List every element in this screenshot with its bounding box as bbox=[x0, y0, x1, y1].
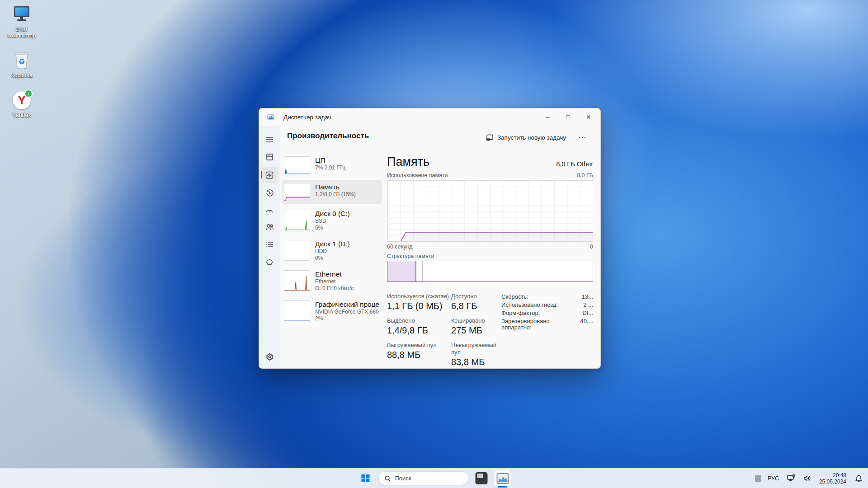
stat-value: 88,8 МБ bbox=[387, 349, 451, 361]
ethernet-sparkline bbox=[284, 276, 310, 291]
info-label: Зарезервировано аппаратно: bbox=[501, 318, 580, 331]
taskbar-pinned-app[interactable] bbox=[473, 470, 490, 487]
desktop-icon-recycle-bin[interactable]: ♻ Корзина bbox=[4, 51, 40, 79]
perf-item-gpu[interactable]: Графический процессор NVIDIA GeForce GTX… bbox=[282, 298, 382, 325]
disk0-sparkline bbox=[284, 221, 310, 230]
perf-item-subtitle: 0% bbox=[315, 255, 379, 262]
stat-label: Невыгружаемый пул bbox=[451, 342, 498, 356]
language-indicator[interactable]: РУС bbox=[764, 475, 782, 482]
stat-paged-pool: Выгружаемый пул 88,8 МБ bbox=[387, 342, 451, 368]
performance-icon bbox=[265, 171, 274, 179]
search-icon bbox=[385, 475, 391, 482]
taskbar-search-input[interactable]: Поиск bbox=[378, 471, 469, 485]
notifications-bell-icon[interactable] bbox=[852, 472, 865, 485]
taskbar-clock[interactable]: 20:48 25.05.2024 bbox=[817, 472, 849, 485]
info-label: Форм-фактор: bbox=[501, 310, 540, 316]
perf-item-cpu[interactable]: ЦП 7% 2,91 ГГц bbox=[282, 154, 382, 177]
stat-label: Кэшировано bbox=[451, 317, 498, 324]
composition-modified-segment bbox=[416, 261, 423, 282]
task-manager-app-icon bbox=[267, 113, 274, 121]
composition-in-use-segment bbox=[387, 261, 416, 282]
perf-item-title: Ethernet bbox=[315, 270, 379, 278]
memory-panel-title: Память bbox=[387, 155, 429, 169]
memory-spark-fill bbox=[284, 197, 310, 201]
sidebar-item-startup-apps[interactable] bbox=[261, 203, 278, 217]
perf-item-ethernet[interactable]: Ethernet Ethernet О: 0 П: 0 кбит/с bbox=[282, 267, 382, 295]
perf-item-subtitle: 2% bbox=[315, 315, 379, 322]
run-new-task-button[interactable]: Запустить новую задачу bbox=[481, 130, 571, 145]
stat-available: Доступно 6,8 ГБ bbox=[451, 293, 498, 312]
close-button[interactable]: ✕ bbox=[578, 108, 599, 126]
volume-tray-icon[interactable] bbox=[801, 472, 814, 485]
clock-time: 20:48 bbox=[819, 472, 846, 479]
info-value: 2 ... bbox=[583, 302, 593, 308]
yandex-icon: Y ↓ bbox=[12, 90, 32, 110]
desktop-icon-yandex[interactable]: Y ↓ Yandex bbox=[4, 90, 40, 118]
gpu-mini-chart bbox=[284, 300, 310, 321]
sidebar-item-processes[interactable] bbox=[261, 150, 278, 164]
stat-value: 83,8 МБ bbox=[451, 356, 498, 368]
tray-app-icon[interactable] bbox=[755, 475, 761, 482]
perf-item-subtitle: HDD bbox=[315, 248, 379, 255]
desktop-icon-label: Корзина bbox=[11, 72, 33, 79]
more-options-button[interactable]: ··· bbox=[575, 131, 590, 144]
start-button[interactable] bbox=[357, 470, 374, 487]
sidebar-item-services[interactable] bbox=[261, 254, 278, 269]
stat-label: Выгружаемый пул bbox=[387, 342, 451, 349]
info-slots-used: Использовано гнезд: 2 ... bbox=[501, 302, 593, 308]
stat-value: 6,8 ГБ bbox=[451, 300, 498, 312]
info-value: 40,... bbox=[580, 318, 593, 331]
taskbar: Поиск РУС bbox=[0, 468, 868, 488]
running-app-indicator bbox=[498, 486, 508, 488]
clock-date: 25.05.2024 bbox=[819, 479, 846, 485]
network-tray-icon[interactable] bbox=[785, 472, 798, 485]
taskbar-task-manager[interactable] bbox=[494, 470, 511, 487]
sidebar-item-settings[interactable] bbox=[261, 349, 278, 364]
users-icon bbox=[265, 224, 274, 231]
menu-button[interactable] bbox=[261, 132, 278, 147]
perf-item-subtitle: 7% 2,91 ГГц bbox=[315, 164, 379, 171]
stat-value: 1,1 ГБ (0 МБ) bbox=[387, 300, 451, 312]
desktop-icon-this-pc[interactable]: Этот компьютер bbox=[4, 5, 40, 39]
perf-item-title: Память bbox=[315, 183, 379, 191]
stat-value: 1,4/9,8 ГБ bbox=[387, 324, 451, 337]
maximize-button[interactable]: □ bbox=[558, 108, 578, 126]
sidebar-item-app-history[interactable] bbox=[261, 186, 278, 200]
sidebar-item-details[interactable] bbox=[261, 237, 278, 252]
window-title: Диспетчер задач bbox=[283, 114, 331, 121]
stat-label: Используется (сжатая) bbox=[387, 293, 451, 300]
pinned-app-icon bbox=[475, 472, 487, 484]
sidebar-item-users[interactable] bbox=[261, 220, 278, 235]
info-label: Скорость: bbox=[501, 294, 528, 300]
perf-item-subtitle: 5% bbox=[315, 225, 379, 231]
perf-item-disk0[interactable]: Диск 0 (C:) SSD 5% bbox=[282, 207, 382, 234]
disk0-mini-chart bbox=[284, 210, 310, 230]
ethernet-mini-chart bbox=[284, 270, 310, 291]
run-new-task-label: Запустить новую задачу bbox=[497, 134, 566, 141]
performance-list: ЦП 7% 2,91 ГГц Память 1,2/8,0 ГБ (15%) bbox=[282, 154, 382, 325]
window-titlebar[interactable]: Диспетчер задач – □ ✕ bbox=[259, 108, 600, 126]
startup-apps-icon bbox=[265, 207, 274, 214]
perf-item-memory[interactable]: Память 1,2/8,0 ГБ (15%) bbox=[282, 180, 382, 204]
perf-item-subtitle: О: 0 П: 0 кбит/с bbox=[315, 285, 379, 292]
perf-item-title: Графический процессор bbox=[315, 300, 379, 309]
info-value: DI... bbox=[582, 310, 593, 316]
time-axis-label: 60 секунд bbox=[387, 244, 413, 250]
sidebar-item-performance[interactable] bbox=[261, 167, 278, 183]
page-title: Производительность bbox=[287, 131, 369, 141]
info-form-factor: Форм-фактор: DI... bbox=[501, 310, 593, 316]
memory-stats-grid: Используется (сжатая) 1,1 ГБ (0 МБ) Дост… bbox=[387, 293, 498, 368]
task-manager-taskbar-icon bbox=[496, 473, 509, 484]
memory-chart-max-label: 8,0 ГБ bbox=[577, 172, 593, 178]
desktop-icon-label: Yandex bbox=[12, 112, 31, 118]
memory-usage-chart-label: Использование памяти bbox=[387, 172, 448, 178]
cpu-sparkline bbox=[284, 169, 310, 174]
minimize-button[interactable]: – bbox=[538, 108, 558, 126]
memory-composition-bar[interactable] bbox=[387, 261, 593, 282]
this-pc-icon bbox=[12, 5, 32, 24]
perf-item-disk1[interactable]: Диск 1 (D:) HDD 0% bbox=[282, 237, 382, 264]
processes-icon bbox=[266, 153, 274, 161]
disk1-mini-chart bbox=[284, 240, 310, 261]
perf-item-title: ЦП bbox=[315, 156, 379, 164]
stat-in-use: Используется (сжатая) 1,1 ГБ (0 МБ) bbox=[387, 293, 451, 312]
